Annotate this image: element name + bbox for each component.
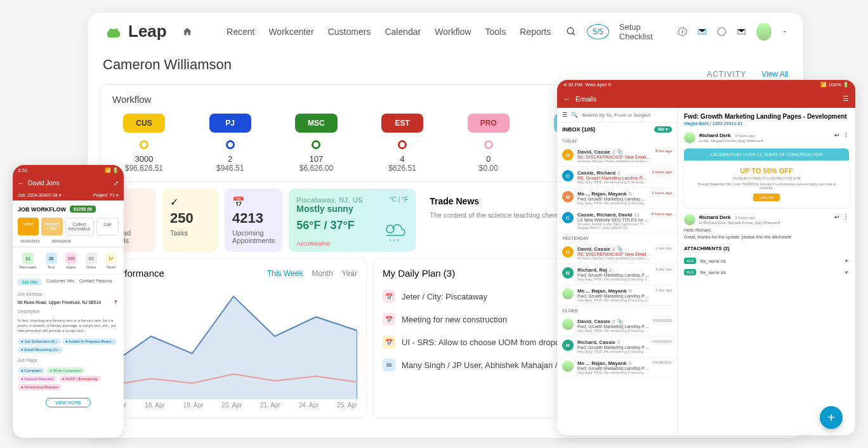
mobile-chip[interactable]: ● Email Recurring (1) ›: [18, 346, 63, 353]
mobile-tab[interactable]: Nurture Lead: [41, 218, 62, 235]
menu-icon[interactable]: ☰: [562, 112, 567, 118]
view-more-button[interactable]: VIEW MORE: [46, 398, 91, 407]
perf-tab-year[interactable]: Year: [342, 269, 357, 278]
mobile-chip[interactable]: ● Work Completed: [46, 367, 84, 374]
mobile-quick-icon[interactable]: 205Appts: [65, 253, 77, 269]
mobile-quick-icon[interactable]: 20Text: [46, 253, 57, 269]
mobile-subtab[interactable]: Job Info: [18, 279, 41, 286]
menu-icon[interactable]: ☰: [843, 95, 849, 103]
email-list-item[interactable]: R Richard, Raj 2 Fwd: Growth Marketing L…: [557, 264, 677, 285]
back-icon[interactable]: ←: [563, 95, 570, 103]
email-list-item[interactable]: D David, Cassie 2 📎 RE: DISCREPANCIES* N…: [557, 146, 677, 167]
email-preview: Hi team, Below I have attached a screen …: [577, 159, 652, 163]
pin-icon[interactable]: 📍: [113, 300, 119, 305]
reply-icon[interactable]: ↩: [834, 132, 839, 143]
mobile-subtab[interactable]: Contact Persons: [79, 279, 112, 286]
promo-cta-button[interactable]: Let's Go: [753, 194, 780, 201]
activity-view-all[interactable]: View All: [761, 70, 788, 79]
performance-chart: [110, 285, 357, 399]
workflow-stage-MSC[interactable]: MSC 107 $6,626.00: [284, 114, 348, 173]
fab-add-button[interactable]: +: [820, 406, 843, 429]
addr-text: 86 Rues Road, Upper Freehold, NJ 08514: [18, 300, 101, 305]
workflow-stage-PJ[interactable]: PJ 2 $946.51: [199, 114, 262, 173]
email-list-item[interactable]: C Cassie, Richard 2 RE: Growth Marketing…: [557, 167, 677, 188]
mobile-chip[interactable]: ● Complaint: [18, 367, 44, 374]
chevron-down-icon[interactable]: [782, 28, 788, 36]
workflow-stage-PRO[interactable]: PRO 0 $0.00: [457, 114, 520, 173]
perf-tab-this-week[interactable]: This Week: [267, 269, 303, 278]
mobile-project[interactable]: Project: P1 ▾: [93, 193, 119, 198]
mobile-job-id[interactable]: Job: 2204-30407-04 ▾: [18, 193, 62, 198]
svg-point-3: [718, 27, 726, 36]
envelope-icon[interactable]: [697, 26, 707, 37]
setup-checklist-label[interactable]: Setup Checklist: [619, 22, 667, 41]
logo[interactable]: Leap: [103, 22, 167, 41]
mobile-subtab[interactable]: Customer Info: [46, 279, 74, 286]
email-subject: Fwd: Growth Marketing Landing Pages - De…: [577, 197, 648, 201]
stat-card-cal[interactable]: 📅 4213 Upcoming Appointments: [225, 188, 282, 252]
weather-unit-toggle[interactable]: °C | °F: [390, 196, 408, 203]
mobile-quick-icon[interactable]: 05Notes: [86, 253, 97, 269]
mobile-quick-icon[interactable]: 01Messages: [20, 253, 37, 269]
workflow-stage-EST[interactable]: EST 4 $626.51: [371, 114, 434, 173]
mobile-dates: 06/02/2022 06/02/2022: [13, 235, 124, 247]
email-preview: Hey Ajay, PFB, the remaining 5 landing d…: [577, 201, 648, 205]
email-time: 1 hours ago: [652, 170, 672, 184]
msg-to[interactable]: to Richard Derk, Mayank Kumar, Ajay Shar…: [699, 220, 780, 225]
email-list-item[interactable]: R Richard, Cassie 2 Fwd: Growth Marketin…: [557, 336, 677, 357]
activity-label: ACTIVITY: [707, 70, 746, 79]
email-list-item[interactable]: M Me ... Rajan, Mayank 5 Fwd: Growth Mar…: [557, 188, 677, 209]
setup-progress[interactable]: 5/5: [587, 24, 609, 39]
nav-calendar[interactable]: Calendar: [385, 27, 421, 37]
mobile-chip[interactable]: ● Deposit Required: [18, 376, 57, 382]
mobile-chip[interactable]: ● Added In Progress Board ›: [62, 338, 117, 345]
nav-tools[interactable]: Tools: [485, 27, 506, 37]
nav-workcenter[interactable]: Workcenter: [268, 27, 313, 37]
email-list-item[interactable]: D David, Cassie 2 📎 RE: DISCREPANCIES* N…: [557, 243, 677, 264]
nav-customers[interactable]: Customers: [328, 27, 371, 37]
mobile-quick-icon[interactable]: IVTasks: [105, 253, 117, 269]
perf-tab-month[interactable]: Month: [312, 269, 332, 278]
email-list-item[interactable]: C Cassie, Richard, David 11 LS New Websi…: [557, 209, 677, 234]
search-input[interactable]: [582, 112, 672, 118]
mobile-chip[interactable]: ● Job Schedules (4) ›: [18, 338, 60, 345]
reply-icon[interactable]: ↩: [834, 214, 839, 225]
email-subject: RE: DISCREPANCIES* New Email Templates: [577, 252, 652, 256]
mobile-tab[interactable]: Call: [96, 218, 119, 235]
search-icon[interactable]: [566, 25, 577, 38]
workflow-stage-CUS[interactable]: CUS 3000 $96,626.51: [112, 114, 176, 173]
mobile-tab[interactable]: Collect Information: [65, 218, 94, 235]
email-search[interactable]: ☰ 🔍: [557, 108, 677, 122]
nav-workflow[interactable]: Workflow: [435, 27, 471, 37]
more-icon[interactable]: ⋮: [843, 214, 849, 225]
email-time: 1 day ago: [655, 288, 672, 302]
stat-card-check[interactable]: ✓ 250 Tasks: [162, 188, 218, 252]
expand-icon[interactable]: ⤢: [114, 180, 119, 187]
mobile-chip[interactable]: ● Scheduling Request: [18, 384, 62, 390]
email-list-item[interactable]: Me ... Rajan, Mayank 5 Fwd: Growth Marke…: [557, 285, 677, 306]
avatar-icon: [562, 288, 574, 300]
nav-reports[interactable]: Reports: [520, 27, 551, 37]
envelope-icon-2[interactable]: [737, 26, 746, 37]
info-icon-2[interactable]: [717, 26, 727, 37]
avatar[interactable]: [756, 23, 772, 41]
attachment-file[interactable]: XLSfile_name.xls👁: [684, 255, 849, 267]
mobile-chip[interactable]: ● ASAP / Emergency: [59, 376, 101, 382]
eye-icon[interactable]: 👁: [845, 270, 849, 275]
email-list-item[interactable]: David, Cassie 2 📎 Fwd: Growth Marketing …: [557, 315, 677, 336]
weather-card[interactable]: Piscataway, NJ, US Mostly sunny 56°F / 3…: [289, 188, 416, 252]
msg-from: Richard Derk: [699, 133, 731, 138]
back-icon[interactable]: ←: [18, 180, 24, 187]
eye-icon[interactable]: 👁: [845, 259, 849, 263]
email-body-1: Hello Richard,: [684, 228, 849, 232]
attachment-file[interactable]: XLSfile_name.xls👁: [684, 267, 849, 278]
me-filter[interactable]: Me ▾: [654, 126, 672, 133]
msg-to[interactable]: to Me, Mayank Kumar, Ajay Sharma ▾: [699, 138, 763, 143]
mobile-tab[interactable]: Lead: [18, 218, 39, 235]
email-list-item[interactable]: Me ... Rajan, Mayank 5 Fwd: Growth Marke…: [557, 357, 677, 378]
more-icon[interactable]: ⋮: [843, 132, 849, 143]
nav-recent[interactable]: Recent: [227, 27, 254, 37]
email-message-2: Richard Derk 3 hours ago to Richard Derk…: [684, 214, 849, 225]
home-icon[interactable]: [182, 26, 192, 37]
info-icon[interactable]: [678, 26, 687, 37]
